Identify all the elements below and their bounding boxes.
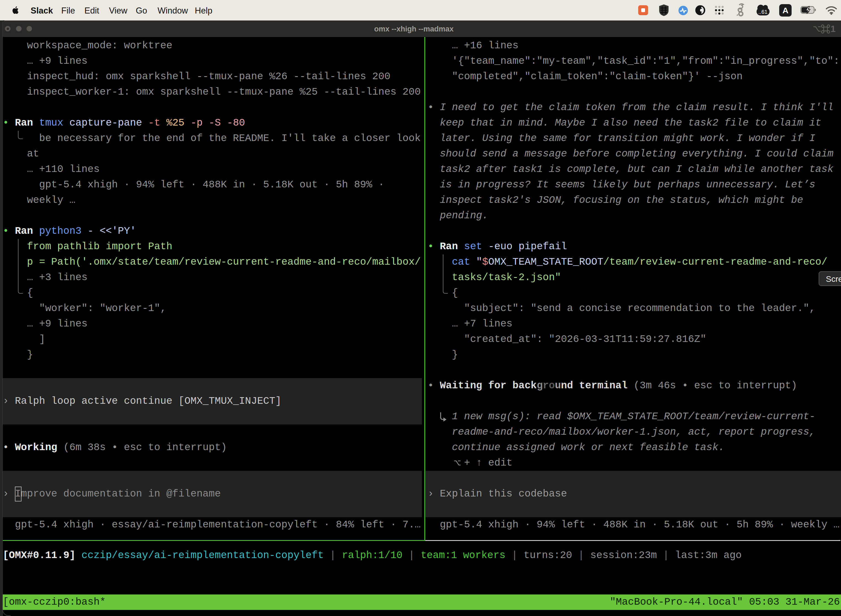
svg-text:..61: ..61 bbox=[758, 9, 767, 15]
